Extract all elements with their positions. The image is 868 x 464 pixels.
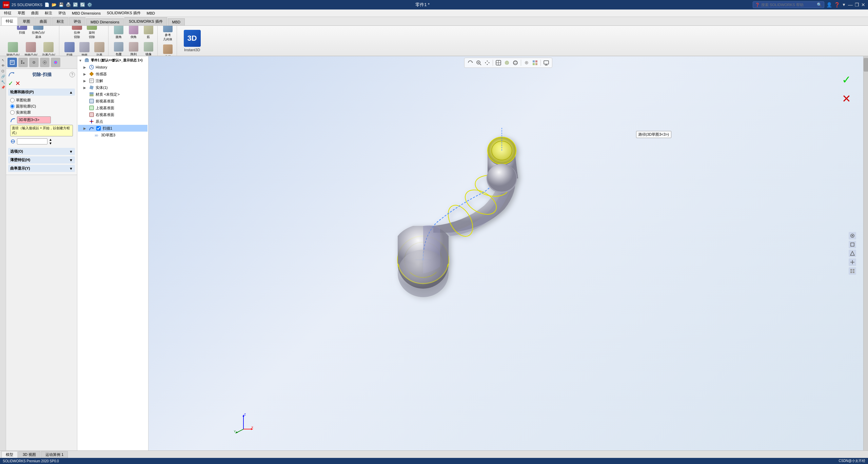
tab-motion-study[interactable]: 运动算例 1 xyxy=(41,451,68,458)
tab-3d-view[interactable]: 3D 视图 xyxy=(18,451,40,458)
vt-orient-icon[interactable] xyxy=(495,59,502,66)
lstrip-select-icon[interactable]: ↖ xyxy=(1,58,5,62)
rv-icon-3[interactable] xyxy=(849,250,856,257)
tab-evaluate[interactable]: 评估 xyxy=(69,17,85,25)
btn-rib[interactable]: 筋 xyxy=(142,26,155,40)
quick-print-icon[interactable]: 🖨️ xyxy=(66,2,71,7)
radio-solid-input[interactable] xyxy=(10,110,15,115)
menu-surface[interactable]: 曲面 xyxy=(28,10,41,16)
tree-item-sweep1[interactable]: ▶ 扫描1 xyxy=(78,125,147,132)
lstrip-view-icon[interactable]: 👁 xyxy=(1,63,5,68)
tab-mbd[interactable]: MBD xyxy=(168,18,185,25)
licon-color[interactable] xyxy=(51,58,60,67)
licon-prop[interactable] xyxy=(7,58,17,67)
quick-new-icon[interactable]: 📄 xyxy=(44,2,50,7)
vt-light-icon[interactable] xyxy=(523,59,530,66)
lstrip-dim-icon[interactable]: ⌬ xyxy=(1,69,5,73)
btn-loft-boss[interactable]: 放样凸台/基体 xyxy=(23,41,39,56)
btn-instant3d[interactable]: 3D Instant3D xyxy=(181,28,203,53)
licon-target[interactable] xyxy=(40,58,50,67)
diameter-input[interactable]: 14.00mm xyxy=(17,138,47,144)
tree-item-front-plane[interactable]: 前视基准面 xyxy=(78,98,147,104)
menu-sketch[interactable]: 草图 xyxy=(15,10,28,16)
btn-extrude-boss[interactable]: 拉伸凸台/基体 xyxy=(30,26,47,40)
close-button[interactable]: ✕ xyxy=(861,2,865,7)
menu-solidworks-addins[interactable]: SOLIDWORKS 插件 xyxy=(104,10,143,16)
vt-zoom-icon[interactable] xyxy=(475,59,482,66)
btn-mirror[interactable]: 镜像 xyxy=(142,41,155,56)
tree-item-right-plane[interactable]: 右视基准面 xyxy=(78,111,147,118)
viewport-ok-btn[interactable]: ✓ xyxy=(842,73,851,86)
btn-wrap[interactable]: 包覆 xyxy=(112,41,125,56)
tab-solidworks-addins[interactable]: SOLIDWORKS 插件 xyxy=(124,17,167,25)
tab-markup[interactable]: 标注 xyxy=(52,17,68,25)
radio-sketch-profile[interactable]: 草图轮廓 xyxy=(10,98,73,103)
btn-ref-geometry[interactable]: 参考几何体 xyxy=(161,26,175,43)
tree-item-sketch3d[interactable]: 3D 3D草图3 xyxy=(78,132,147,138)
menu-evaluate[interactable]: 评估 xyxy=(56,10,68,16)
diameter-spin-down[interactable]: ▼ xyxy=(49,141,52,145)
help-icon[interactable]: ❓ xyxy=(834,2,840,7)
search-input[interactable] xyxy=(761,3,815,7)
tab-features[interactable]: 特征 xyxy=(1,17,18,25)
prop-ok-btn[interactable]: ✓ xyxy=(8,80,13,87)
btn-scan-cut[interactable]: 扫描切除 xyxy=(63,41,76,56)
tree-item-solids[interactable]: ▶ 实体(1) xyxy=(78,84,147,91)
diameter-spin-up[interactable]: ▲ xyxy=(49,138,52,141)
minimize-button[interactable]: — xyxy=(848,2,853,7)
tree-sweep1-checkbox[interactable] xyxy=(96,126,101,131)
lstrip-rel-icon[interactable]: 🔗 xyxy=(1,74,5,79)
licon-tree[interactable] xyxy=(18,58,28,67)
rv-icon-1[interactable] xyxy=(849,232,856,239)
tab-mbd-dimensions[interactable]: MBD Dimensions xyxy=(86,18,124,25)
btn-scan[interactable]: 扫描 xyxy=(15,26,29,40)
tab-model[interactable]: 模型 xyxy=(1,451,18,458)
quick-undo-icon[interactable]: ↩️ xyxy=(73,2,78,7)
btn-fillet[interactable]: 圆角 xyxy=(112,26,125,40)
menu-mbd[interactable]: MBD xyxy=(144,11,158,16)
vt-shading-icon[interactable] xyxy=(503,59,511,66)
rv-icon-2[interactable] xyxy=(849,241,856,248)
path-input-box[interactable]: 3D草图3<3> xyxy=(17,116,51,123)
scrollbar-thumb[interactable] xyxy=(864,58,868,72)
tree-root[interactable]: ▼ 零件1 (默认<<默认>_显示状态 1>) xyxy=(78,57,147,64)
section-options-header[interactable]: 选项(O) ▼ xyxy=(8,148,75,155)
btn-revolve-cut[interactable]: 旋转切除 xyxy=(85,26,99,40)
btn-extrude-cut[interactable]: 拉伸切除 xyxy=(70,26,84,40)
lstrip-snap-icon[interactable]: 📌 xyxy=(1,85,5,90)
section-thin-header[interactable]: 薄壁特征(H) ▼ xyxy=(8,156,75,163)
radio-sketch-input[interactable] xyxy=(10,98,15,102)
tree-item-material[interactable]: 材质 <未指定> xyxy=(78,91,147,98)
vt-display-icon[interactable] xyxy=(542,59,550,66)
prop-cancel-btn[interactable]: ✕ xyxy=(15,80,20,87)
search-icon[interactable]: 🔍 xyxy=(817,2,822,7)
menu-features[interactable]: 特征 xyxy=(1,10,14,16)
tree-item-history[interactable]: ▶ History xyxy=(78,64,147,71)
tab-sketch[interactable]: 草图 xyxy=(18,17,35,25)
radio-solid-profile[interactable]: 实体轮廓 xyxy=(10,110,73,115)
vt-appearance-icon[interactable] xyxy=(531,59,539,66)
vt-pan-icon[interactable] xyxy=(484,59,491,66)
section-profile-header[interactable]: 轮廓和路径(P) ▲ xyxy=(8,89,75,96)
options-icon[interactable]: ▼ xyxy=(842,2,846,7)
radio-circular-profile[interactable]: 圆形轮廓(C) xyxy=(10,104,73,109)
quick-redo-icon[interactable]: ↪️ xyxy=(80,2,85,7)
rv-icon-4[interactable] xyxy=(849,258,856,266)
rv-icon-5[interactable] xyxy=(849,267,856,275)
right-scrollbar[interactable] xyxy=(863,56,868,450)
radio-circular-input[interactable] xyxy=(10,104,15,109)
user-icon[interactable]: 👤 xyxy=(826,2,832,7)
btn-ref-geom2[interactable]: 曲线 xyxy=(161,43,175,57)
viewport[interactable]: 路径(3D草图3<3>) xyxy=(149,56,868,450)
btn-boundary-cut[interactable]: 边界切割 xyxy=(93,41,106,56)
restore-button[interactable]: ❐ xyxy=(855,2,859,7)
btn-boundary-boss[interactable]: 边界凸台/基体 xyxy=(40,41,57,56)
btn-pattern[interactable]: 阵列 xyxy=(127,41,140,56)
prop-help-btn[interactable]: ? xyxy=(70,72,75,77)
viewport-cancel-btn[interactable]: ✕ xyxy=(842,92,851,105)
lstrip-tool-icon[interactable]: 🔧 xyxy=(1,79,5,84)
btn-chamfer[interactable]: 倒角 xyxy=(127,26,140,40)
vt-rotate-icon[interactable] xyxy=(467,59,474,66)
tree-item-annotations[interactable]: ▶ 注解 xyxy=(78,77,147,84)
licon-settings[interactable] xyxy=(29,58,39,67)
